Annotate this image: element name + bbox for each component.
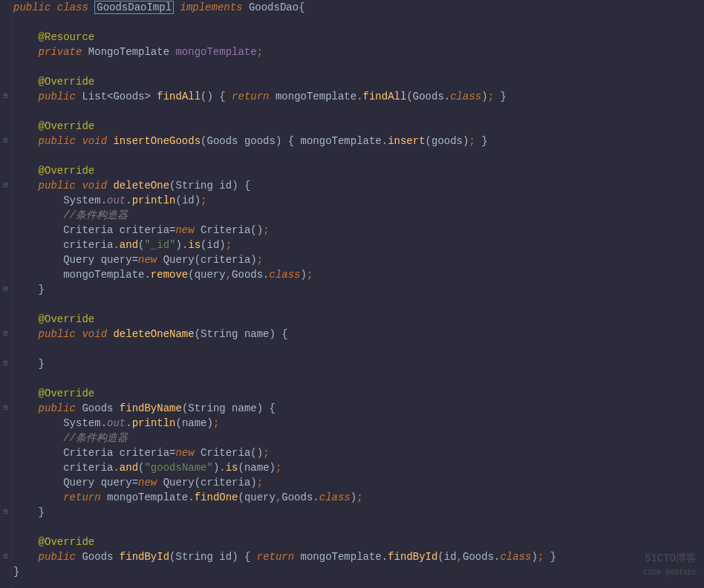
code-line: @Override [12,163,704,178]
code-line: @Override [12,119,704,134]
gutter: ⊟ ⊟ ⊟ ⊟ ⊟ ⊟ ⊟ ⊟ ⊟ [0,0,12,588]
code-line: public List<Goods> findAll() { return mo… [12,89,704,104]
fold-end-icon[interactable]: ⊟ [3,356,7,371]
code-line: Criteria criteria=new Criteria(); [12,223,704,238]
code-line: public Goods findById(String id) { retur… [12,549,704,564]
code-line: public Goods findByName(String name) { [12,401,704,416]
code-line: } [12,505,704,520]
code-line: private MongoTemplate mongoTemplate; [12,45,704,59]
fold-end-icon[interactable]: ⊟ [3,505,7,520]
code-content[interactable]: public class GoodsDaoImpl implements Goo… [12,0,704,588]
class-name-highlighted: GoodsDaoImpl [94,1,174,14]
code-line: } [12,564,704,579]
code-line: criteria.and("goodsName").is(name); [12,460,704,475]
code-line: return mongoTemplate.findOne(query,Goods… [12,490,704,505]
code-line: @Override [12,535,704,549]
code-line: //条件构造器 [12,431,704,445]
code-line: public void deleteOneName(String name) { [12,327,704,342]
fold-icon[interactable]: ⊟ [3,89,7,104]
code-line: public class GoodsDaoImpl implements Goo… [12,0,704,15]
fold-icon[interactable]: ⊟ [3,134,7,148]
code-line: } [12,282,704,297]
fold-end-icon[interactable]: ⊟ [3,282,7,297]
code-line: //条件构造器 [12,208,704,223]
code-line: public void deleteOne(String id) { [12,178,704,193]
fold-icon[interactable]: ⊟ [3,401,7,416]
code-line: @Override [12,312,704,327]
code-line: System.out.println(id); [12,193,704,208]
code-editor: ⊟ ⊟ ⊟ ⊟ ⊟ ⊟ ⊟ ⊟ ⊟ public class GoodsD [0,0,704,588]
fold-icon[interactable]: ⊟ [3,178,7,193]
code-line: @Override [12,386,704,401]
fold-icon[interactable]: ⊟ [3,549,7,564]
code-line: Query query=new Query(criteria); [12,252,704,267]
code-line: Criteria criteria=new Criteria(); [12,445,704,460]
code-line: @Resource [12,30,704,45]
code-line: criteria.and("_id").is(id); [12,238,704,252]
code-line: Query query=new Query(criteria); [12,475,704,490]
fold-icon[interactable]: ⊟ [3,327,7,342]
code-line: } [12,356,704,371]
code-line: mongoTemplate.remove(query,Goods.class); [12,267,704,282]
code-line: System.out.println(name); [12,416,704,431]
watermark: 51CTO博客 CSDN @ddfabc [643,551,697,581]
code-line: @Override [12,74,704,89]
code-line: public void insertOneGoods(Goods goods) … [12,134,704,148]
